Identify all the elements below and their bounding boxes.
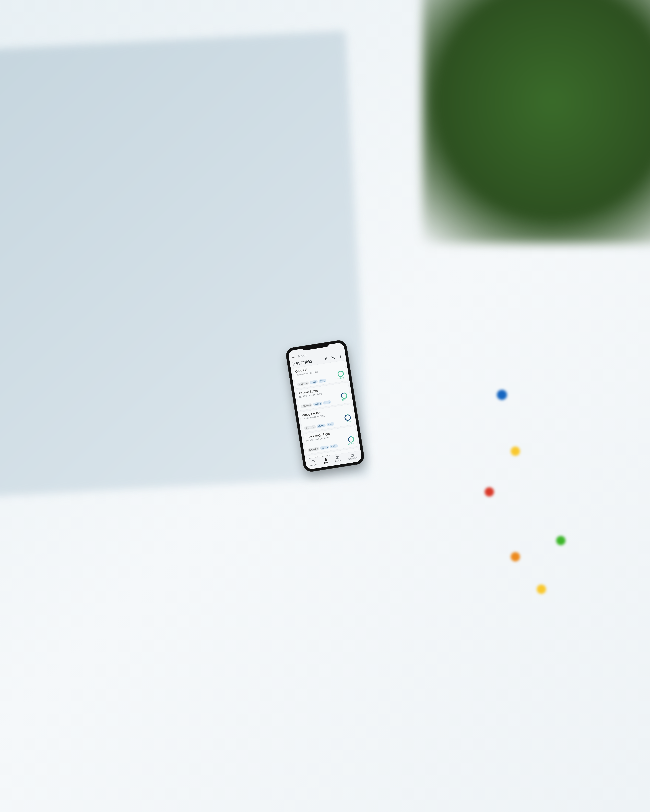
carb-chip: 7,00 g — [323, 400, 331, 404]
svg-point-19 — [344, 414, 350, 421]
protein-chip: 12,90 g — [320, 445, 329, 450]
macro-ring-icon — [347, 435, 355, 443]
nav-recipe[interactable]: Recipe — [334, 455, 341, 462]
nav-bodyweight[interactable]: Bodyweight — [347, 453, 358, 460]
nav-label: Bodyweight — [348, 457, 358, 460]
calories-chip: 828,00 Cal — [297, 382, 309, 386]
carb-chip: 5,30 g — [326, 422, 334, 427]
protein-chip: 30,00 g — [313, 401, 322, 406]
macro-ring-icon — [344, 414, 352, 421]
svg-point-6 — [340, 355, 341, 356]
nav-analysis[interactable]: Analysis — [309, 459, 317, 466]
svg-point-0 — [292, 356, 294, 358]
calories-chip: 154,00 Cal — [307, 447, 319, 452]
nav-label: Recipe — [335, 459, 341, 462]
nav-label: Meal — [324, 461, 328, 464]
macro-ring-icon — [337, 370, 344, 378]
svg-line-1 — [294, 357, 295, 358]
search-icon — [291, 355, 295, 360]
protein-chip: 78,00 g — [317, 423, 326, 428]
favorites-list[interactable]: Olive Oil Nutrition facts per 100g 828,0… — [291, 360, 360, 459]
carb-chip: 0,70 g — [330, 444, 338, 449]
more-options-button[interactable] — [337, 353, 344, 360]
carb-chip: 0,00 g — [318, 379, 326, 383]
svg-point-7 — [340, 356, 341, 357]
calories-chip: 597,00 Cal — [300, 403, 312, 408]
svg-line-5 — [333, 357, 334, 358]
svg-point-8 — [340, 357, 341, 358]
nav-label: Analysis — [310, 463, 317, 466]
macro-ring-icon — [340, 392, 348, 400]
barcode-scan-button[interactable] — [330, 354, 336, 361]
calories-chip: 374,00 Cal — [304, 425, 316, 430]
nav-meal[interactable]: Meal — [323, 457, 328, 464]
svg-line-3 — [333, 357, 333, 358]
protein-chip: 0,00 g — [309, 380, 318, 385]
svg-point-10 — [337, 371, 344, 377]
edit-button[interactable] — [322, 355, 329, 362]
